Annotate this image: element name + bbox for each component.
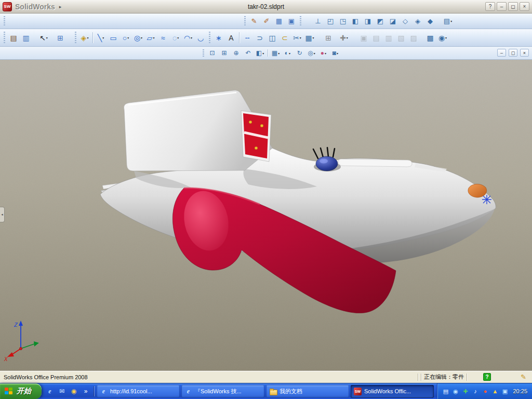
help-button[interactable]: ?	[485, 2, 495, 11]
select-icon[interactable]: ↖▾	[38, 31, 49, 44]
top-view-icon[interactable]: ◩	[375, 16, 386, 27]
media-player-icon[interactable]: ◉	[70, 387, 78, 395]
parallelogram-icon[interactable]: ▱▾	[145, 31, 156, 44]
toolbar-separator	[92, 32, 93, 43]
taskbar-task[interactable]: 我的文档	[266, 385, 349, 398]
centerline-icon[interactable]: ╌	[242, 31, 253, 44]
zoom-to-fit-icon[interactable]: ⊡	[207, 48, 218, 58]
corner-rectangle-icon[interactable]: ▭	[108, 31, 119, 44]
hide-show-items-icon[interactable]: ◎▾	[306, 48, 317, 58]
zoom-to-area-icon[interactable]: ⊞	[219, 48, 230, 58]
folder-icon	[269, 388, 277, 395]
section-view-icon[interactable]: ◧▾	[255, 48, 265, 58]
back-view-icon[interactable]: ◳	[337, 16, 349, 27]
edit-block-icon[interactable]: ▤	[370, 31, 382, 44]
previous-view-icon[interactable]: ↶	[243, 48, 254, 58]
app-name: SolidWorks	[15, 3, 55, 11]
toolbar-grip[interactable]	[4, 32, 5, 43]
toolbar-grip[interactable]	[244, 16, 246, 26]
instant-3d-icon[interactable]: ▣	[286, 16, 297, 27]
toolbar-grip[interactable]	[75, 32, 76, 43]
model-canvas[interactable]: Z X	[0, 60, 532, 370]
internet-explorer-icon[interactable]: e	[46, 387, 54, 395]
doc-close-button[interactable]: ×	[520, 49, 529, 57]
sketch-icon[interactable]: ✎	[248, 16, 260, 27]
perimeter-circle-icon[interactable]: ◎▾	[132, 31, 144, 44]
quick-snaps-icon[interactable]: ✚▾	[338, 31, 350, 44]
smart-dimension-icon[interactable]: ◈▾	[79, 31, 90, 44]
start-label: 开始	[17, 387, 31, 396]
centerpoint-arc-icon[interactable]: ◠▾	[182, 31, 194, 44]
toolbar-spacer	[66, 37, 73, 38]
trim-entities-icon[interactable]: ✂▾	[291, 31, 303, 44]
task-pane-collapse-handle[interactable]: ◂	[0, 207, 5, 222]
close-button[interactable]: ×	[520, 2, 529, 11]
add-to-library-icon[interactable]: ▧	[395, 31, 407, 44]
toolbar-separator	[268, 49, 268, 57]
taskbar-task[interactable]: SWSolidWorks Offic...	[351, 385, 434, 398]
security-alert-icon[interactable]: ●	[481, 388, 489, 395]
point-icon[interactable]: ∗	[213, 31, 224, 44]
volume-icon[interactable]: ♪	[471, 388, 479, 395]
rotate-view-icon[interactable]: ↻	[294, 48, 305, 58]
explode-block-icon[interactable]: ▨	[408, 31, 419, 44]
sketch-picture-icon[interactable]: ▩	[424, 31, 436, 44]
line-icon[interactable]: ╲▾	[95, 31, 107, 44]
edit-appearance-icon[interactable]: ●▾	[318, 48, 329, 58]
network-icon[interactable]: ▣	[501, 388, 509, 395]
more-buttons-chevron-icon[interactable]: »	[82, 387, 90, 395]
view-orientation-icon[interactable]: ▦▾	[270, 48, 281, 58]
circle-icon[interactable]: ○▾	[120, 31, 131, 44]
layer-properties-icon[interactable]: ▥	[20, 31, 32, 44]
isometric-view-icon[interactable]: ◇	[400, 16, 411, 27]
graphics-viewport[interactable]: Z X ◂	[0, 60, 532, 370]
text-icon[interactable]: A	[225, 31, 237, 44]
start-button[interactable]: 开始	[0, 383, 42, 399]
view-orientation-icon[interactable]: ▤▾	[442, 16, 454, 27]
mirror-entities-icon[interactable]: ◫	[267, 31, 278, 44]
shield-icon[interactable]: ▲	[491, 388, 499, 395]
doc-restore-button[interactable]: ◻	[509, 49, 517, 57]
left-view-icon[interactable]: ◧	[350, 16, 361, 27]
windows-flag-icon	[5, 388, 14, 395]
taskbar-clock[interactable]: 20:25	[513, 388, 527, 394]
ellipse-icon[interactable]: ◌▾	[170, 31, 181, 44]
spline-icon[interactable]: ≈	[157, 31, 169, 44]
line-format-icon[interactable]: ▤	[8, 31, 19, 44]
dimetric-view-icon[interactable]: ◆	[424, 16, 436, 27]
zoom-in-out-icon[interactable]: ⊕	[231, 48, 242, 58]
tangent-arc-icon[interactable]: ◡	[195, 31, 206, 44]
make-block-icon[interactable]: ▣	[358, 31, 369, 44]
toolbar-grip[interactable]	[300, 16, 301, 26]
messenger-icon[interactable]: ◉	[451, 388, 459, 395]
trimetric-view-icon[interactable]: ◈	[412, 16, 423, 27]
normal-to-icon[interactable]: ⊥	[312, 16, 324, 27]
menu-expand-arrow-icon[interactable]: ▸	[59, 4, 62, 9]
outlook-express-icon[interactable]: ✉	[58, 387, 66, 395]
minimize-button[interactable]: –	[497, 2, 507, 11]
doc-minimize-button[interactable]: –	[497, 49, 506, 57]
convert-entities-icon[interactable]: ⊃	[254, 31, 265, 44]
sketch-settings-icon[interactable]: ◉▾	[437, 31, 448, 44]
right-view-icon[interactable]: ◨	[362, 16, 374, 27]
taskbar-task[interactable]: e『SolidWorks 技...	[181, 385, 264, 398]
3d-sketch-icon[interactable]: ✐	[261, 16, 272, 27]
quick-tips-help-icon[interactable]: ?	[483, 373, 491, 381]
display-style-icon[interactable]: ◐▾	[282, 48, 293, 58]
input-method-icon[interactable]: ▤	[442, 388, 449, 395]
toolbar-grip[interactable]	[4, 16, 5, 26]
toolbar-grip[interactable]	[209, 32, 210, 43]
apply-scene-icon[interactable]: ◙▾	[330, 48, 341, 58]
insert-block-icon[interactable]: ▥	[383, 31, 394, 44]
linear-sketch-pattern-icon[interactable]: ▦▾	[304, 31, 315, 44]
bottom-view-icon[interactable]: ◪	[387, 16, 398, 27]
antivirus-icon[interactable]: ✚	[461, 388, 469, 395]
grid-icon[interactable]: ⊞	[323, 31, 334, 44]
reference-geometry-icon[interactable]: ▦	[273, 16, 285, 27]
front-view-icon[interactable]: ◰	[325, 16, 336, 27]
selection-filter-icon[interactable]: ⊞	[55, 31, 66, 44]
toolbar-grip[interactable]	[203, 49, 204, 57]
taskbar-task[interactable]: ehttp://id.91cool...	[97, 385, 180, 398]
offset-entities-icon[interactable]: ⊂	[279, 31, 290, 44]
maximize-button[interactable]: ◻	[508, 2, 518, 11]
